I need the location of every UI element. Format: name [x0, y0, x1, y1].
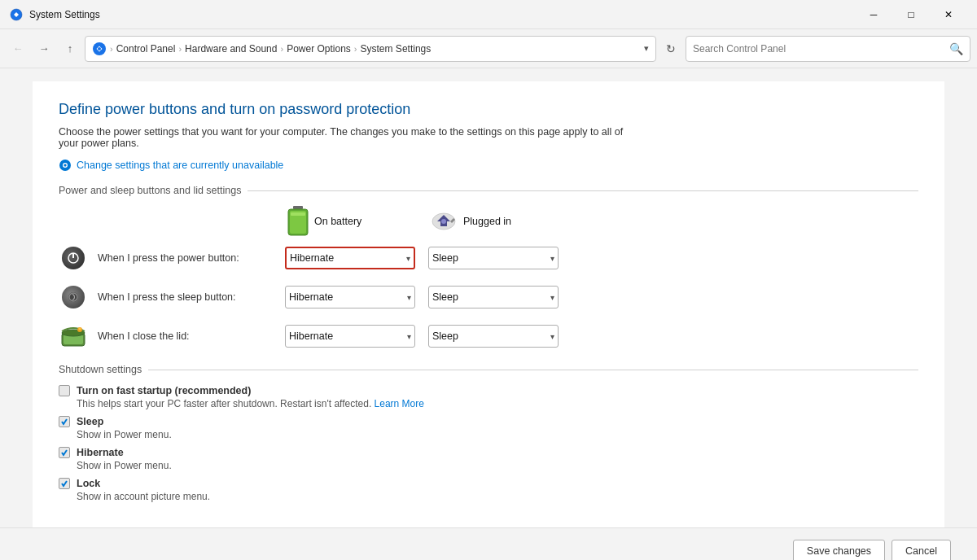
change-settings-link[interactable]: Change settings that are currently unava… [59, 159, 283, 172]
power-button-label: When I press the power button: [98, 252, 285, 264]
search-box: 🔍 [686, 36, 970, 62]
svg-rect-5 [293, 206, 303, 209]
sleep-row: Sleep Show in Power menu. [59, 416, 918, 440]
fast-startup-desc: This helps start your PC faster after sh… [77, 398, 918, 409]
shutdown-divider-line [148, 370, 918, 370]
title-bar: System Settings ─ □ ✕ [0, 0, 977, 29]
power-plugged-dropdown[interactable]: Sleep ▾ [428, 247, 559, 269]
power-button-row: When I press the power button: Hibernate… [59, 243, 918, 273]
shutdown-section-label: Shutdown settings [59, 364, 148, 375]
title-bar-icon [10, 8, 23, 21]
maximize-button[interactable]: □ [892, 0, 930, 29]
section-header: Power and sleep buttons and lid settings [59, 185, 918, 196]
lock-label-row: Lock [59, 478, 918, 489]
checkbox-checked-icon [60, 418, 68, 426]
power-sleep-section-label: Power and sleep buttons and lid settings [59, 185, 248, 196]
close-lid-row: When I close the lid: Hibernate ▾ Sleep … [59, 322, 918, 351]
breadcrumb-bar: › Control Panel › Hardware and Sound › P… [85, 36, 656, 62]
lock-desc: Show in account picture menu. [77, 491, 918, 502]
plugged-in-icon [429, 210, 458, 233]
power-plugged-value: Sleep [432, 252, 458, 264]
breadcrumb-power-options[interactable]: Power Options [287, 43, 351, 55]
up-button[interactable]: ↑ [59, 37, 81, 60]
lock-checked-icon [60, 479, 68, 488]
address-bar: ← → ↑ › Control Panel › Hardware and Sou… [0, 29, 977, 68]
lock-row: Lock Show in account picture menu. [59, 478, 918, 502]
search-input[interactable] [693, 43, 949, 55]
hibernate-checkbox[interactable] [59, 447, 70, 458]
sleep-plugged-arrow: ▾ [550, 293, 554, 302]
hibernate-checkbox-text: Hibernate [77, 447, 124, 458]
svg-point-2 [98, 47, 101, 50]
svg-point-10 [441, 219, 446, 224]
power-plugged-arrow: ▾ [550, 254, 554, 263]
change-settings-text: Change settings that are currently unava… [77, 160, 283, 171]
sleep-circle-icon [62, 286, 85, 308]
lid-battery-value: Hibernate [289, 330, 333, 342]
fast-startup-label-row: Turn on fast startup (recommended) [59, 385, 918, 396]
control-panel-icon [92, 42, 107, 56]
checkbox-unchecked-icon [60, 387, 68, 395]
breadcrumb-system-settings[interactable]: System Settings [361, 43, 432, 55]
breadcrumb-control-panel[interactable]: Control Panel [116, 43, 176, 55]
power-circle-icon [62, 247, 85, 269]
lid-icon [60, 325, 86, 348]
save-changes-button[interactable]: Save changes [793, 540, 885, 561]
search-icon-button[interactable]: 🔍 [949, 42, 963, 55]
battery-icon [287, 206, 309, 237]
close-lid-label: When I close the lid: [98, 330, 285, 342]
page-title: Define power buttons and turn on passwor… [59, 101, 918, 118]
content-area: Define power buttons and turn on passwor… [33, 81, 944, 534]
cancel-button[interactable]: Cancel [892, 540, 951, 561]
close-button[interactable]: ✕ [930, 0, 967, 29]
breadcrumb-dropdown-button[interactable]: ▾ [644, 43, 649, 54]
hibernate-label-row: Hibernate [59, 447, 918, 458]
minimize-button[interactable]: ─ [855, 0, 892, 29]
lid-battery-arrow: ▾ [407, 332, 411, 341]
sleep-checkbox-text: Sleep [77, 416, 103, 427]
lid-plugged-arrow: ▾ [550, 332, 554, 341]
power-battery-dropdown[interactable]: Hibernate ▾ [285, 247, 415, 269]
sleep-checkbox[interactable] [59, 416, 70, 427]
sleep-button-label: When I press the sleep button: [98, 291, 285, 303]
lid-battery-dropdown[interactable]: Hibernate ▾ [285, 325, 415, 348]
section-divider-line [248, 190, 918, 191]
lock-checkbox-text: Lock [77, 478, 100, 489]
power-button-icon [59, 243, 88, 273]
column-headers: On battery Plugged in [287, 206, 918, 237]
refresh-button[interactable]: ↻ [659, 37, 682, 60]
shield-icon [59, 159, 72, 172]
lid-plugged-value: Sleep [432, 330, 458, 342]
lid-plugged-dropdown[interactable]: Sleep ▾ [428, 325, 559, 348]
on-battery-label: On battery [314, 216, 361, 227]
sleep-button-row: When I press the sleep button: Hibernate… [59, 282, 918, 312]
sleep-battery-dropdown[interactable]: Hibernate ▾ [285, 286, 415, 308]
plugged-in-label: Plugged in [463, 216, 511, 227]
sleep-plugged-value: Sleep [432, 291, 458, 303]
title-bar-controls: ─ □ ✕ [855, 0, 967, 29]
page-description: Choose the power settings that you want … [59, 126, 629, 149]
forward-button[interactable]: → [33, 37, 55, 60]
sleep-label-row: Sleep [59, 416, 918, 427]
fast-startup-text: Turn on fast startup (recommended) [77, 385, 251, 396]
sleep-button-icon [59, 282, 88, 312]
lock-checkbox[interactable] [59, 478, 70, 489]
shutdown-section: Shutdown settings Turn on fast startup (… [59, 364, 918, 502]
hibernate-desc: Show in Power menu. [77, 460, 918, 471]
power-battery-value: Hibernate [290, 252, 334, 264]
hibernate-row: Hibernate Show in Power menu. [59, 447, 918, 471]
fast-startup-checkbox[interactable] [59, 385, 70, 396]
back-button[interactable]: ← [7, 37, 29, 60]
close-lid-icon [59, 322, 88, 351]
svg-rect-8 [291, 212, 305, 216]
title-bar-title: System Settings [29, 9, 855, 20]
on-battery-header: On battery [287, 206, 429, 237]
footer: Save changes Cancel [0, 527, 977, 560]
power-sleep-section: Power and sleep buttons and lid settings… [59, 185, 918, 351]
learn-more-link[interactable]: Learn More [375, 398, 424, 409]
sleep-plugged-dropdown[interactable]: Sleep ▾ [428, 286, 559, 308]
breadcrumb-hardware-sound[interactable]: Hardware and Sound [185, 43, 277, 55]
svg-point-13 [68, 292, 78, 302]
power-battery-arrow: ▾ [406, 254, 410, 263]
fast-startup-row: Turn on fast startup (recommended) This … [59, 385, 918, 409]
